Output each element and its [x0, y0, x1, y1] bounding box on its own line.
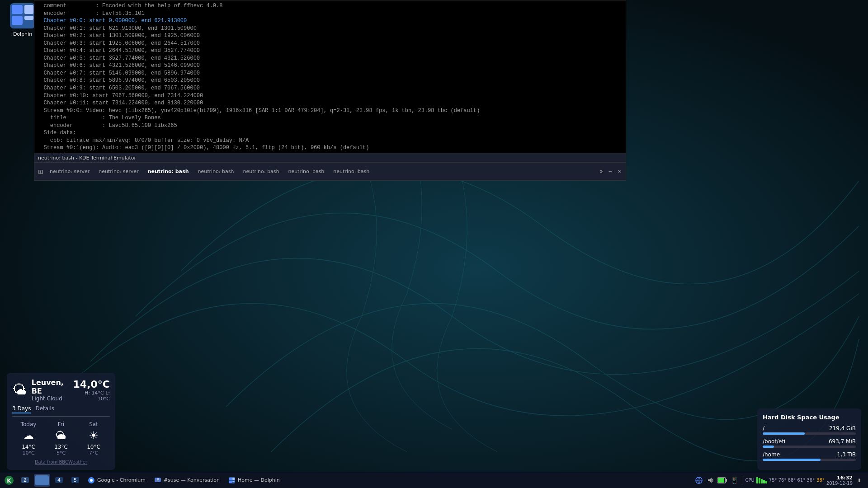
weather-temperature: 14,0°C [73, 379, 110, 390]
weather-tab-details[interactable]: Details [35, 405, 54, 413]
svg-rect-2 [12, 5, 23, 14]
battery-icon[interactable] [717, 475, 727, 485]
taskbar-clock[interactable]: 16:32 2019-12-19 [826, 475, 853, 486]
hdd-item-home: /home 1,3 TiB [763, 451, 856, 461]
terminal-tab-0[interactable]: neutrino: server [45, 167, 94, 176]
taskbar-app-2[interactable]: 2 [18, 474, 33, 487]
terminal-tab-5[interactable]: neutrino: bash [283, 167, 329, 176]
dolphin-icon-image [8, 1, 37, 30]
weather-source[interactable]: Data from BBCWeather [12, 460, 110, 465]
taskbar: K 2 4 5 Google - Chromium [0, 472, 868, 488]
terminal-tab-1[interactable]: neutrino: server [94, 167, 143, 176]
weather-hilo: H: 14°C L: 10°C [73, 390, 110, 402]
show-desktop-btn[interactable]: ▮ [854, 475, 864, 485]
svg-rect-4 [24, 5, 33, 14]
taskbar-app-active[interactable] [34, 474, 50, 487]
taskbar-app-5[interactable]: 5 [68, 474, 83, 487]
terminal-tab-2[interactable]: neutrino: bash [143, 167, 193, 176]
terminal-window: comment : Encoded with the help of ffhev… [34, 0, 626, 181]
volume-icon[interactable] [706, 475, 716, 485]
weather-description: Light Cloud [32, 395, 69, 402]
terminal-expand-btn[interactable]: ⊞ [36, 167, 45, 176]
kdeconnect-icon[interactable]: 📱 [729, 475, 739, 485]
hdd-mount-boot: /boot/efi [763, 438, 785, 445]
weather-tabs: 3 Days Details [12, 405, 110, 417]
svg-point-21 [90, 479, 93, 482]
hdd-item-root: / 219,4 GiB [763, 425, 856, 435]
terminal-close-btn[interactable]: ✕ [616, 168, 623, 175]
weather-header: 🌤 Leuven, BE Light Cloud 14,0°C H: 14°C … [12, 378, 110, 402]
terminal-tab-4[interactable]: neutrino: bash [238, 167, 283, 176]
sys-monitor: CPU 75° 76° 68° 61° 36° 38° [745, 477, 824, 483]
taskbar-app-4[interactable]: 4 [52, 474, 66, 487]
taskbar-app-dolphin[interactable]: Home — Dolphin [225, 474, 283, 487]
svg-rect-25 [229, 478, 232, 480]
weather-icon: 🌤 [12, 381, 27, 399]
terminal-title-text: neutrino: bash - KDE Terminal Emulator [38, 155, 136, 161]
hdd-size-home: 1,3 TiB [837, 451, 856, 458]
network-icon[interactable] [694, 475, 704, 485]
terminal-settings-btn[interactable]: ⚙ [598, 168, 605, 175]
svg-text:#: # [156, 478, 160, 482]
svg-rect-32 [726, 479, 727, 482]
terminal-window-controls: ⚙ − ✕ [598, 168, 623, 175]
weather-widget: 🌤 Leuven, BE Light Cloud 14,0°C H: 14°C … [7, 373, 115, 470]
taskbar-right: 📱 CPU 75° 76° 68° 61° 36° 38° 16:32 2019… [690, 475, 868, 486]
clock-date: 2019-12-19 [826, 481, 853, 486]
weather-day-sat: Sat ☀ 10°C 7°C [77, 421, 110, 456]
tray-separator [742, 476, 742, 485]
terminal-minimize-btn[interactable]: − [607, 168, 614, 175]
cpu-bars [756, 477, 767, 483]
hdd-mount-root: / [763, 425, 764, 432]
svg-rect-28 [232, 481, 235, 482]
svg-rect-5 [24, 16, 33, 20]
weather-location: Leuven, BE [32, 378, 69, 395]
hdd-title: Hard Disk Space Usage [763, 414, 856, 421]
weather-tab-3days[interactable]: 3 Days [12, 405, 31, 413]
terminal-titlebar: neutrino: bash - KDE Terminal Emulator [34, 153, 626, 162]
kde-start-button[interactable]: K [2, 474, 16, 487]
svg-text:K: K [7, 478, 11, 484]
svg-rect-3 [12, 16, 23, 25]
svg-rect-26 [229, 481, 232, 483]
hdd-bar-home [763, 459, 821, 461]
hdd-size-root: 219,4 GiB [829, 425, 856, 432]
hdd-bar-root [763, 432, 805, 435]
terminal-tab-6[interactable]: neutrino: bash [329, 167, 374, 176]
svg-rect-27 [232, 478, 235, 480]
terminal-content[interactable]: comment : Encoded with the help of ffhev… [34, 0, 626, 163]
taskbar-app-konversation[interactable]: # #suse — Konversation [151, 474, 223, 487]
clock-time: 16:32 [826, 475, 853, 481]
hdd-widget: Hard Disk Space Usage / 219,4 GiB /boot/… [757, 408, 861, 470]
weather-forecast: Today ☁ 14°C 10°C Fri 🌥 13°C 5°C Sat ☀ 1… [12, 421, 110, 456]
terminal-tab-3[interactable]: neutrino: bash [193, 167, 239, 176]
hdd-size-boot: 693,7 MiB [829, 438, 856, 445]
weather-day-fri: Fri 🌥 13°C 5°C [45, 421, 77, 456]
taskbar-left: K 2 4 5 Google - Chromium [0, 474, 285, 487]
hdd-bar-boot [763, 446, 774, 448]
hdd-item-boot: /boot/efi 693,7 MiB [763, 438, 856, 448]
weather-day-today: Today ☁ 14°C 10°C [12, 421, 45, 456]
taskbar-app-chromium[interactable]: Google - Chromium [84, 474, 149, 487]
terminal-tabbar: ⊞ neutrino: server neutrino: server neut… [34, 162, 626, 180]
svg-rect-33 [718, 478, 724, 483]
hdd-mount-home: /home [763, 451, 780, 458]
